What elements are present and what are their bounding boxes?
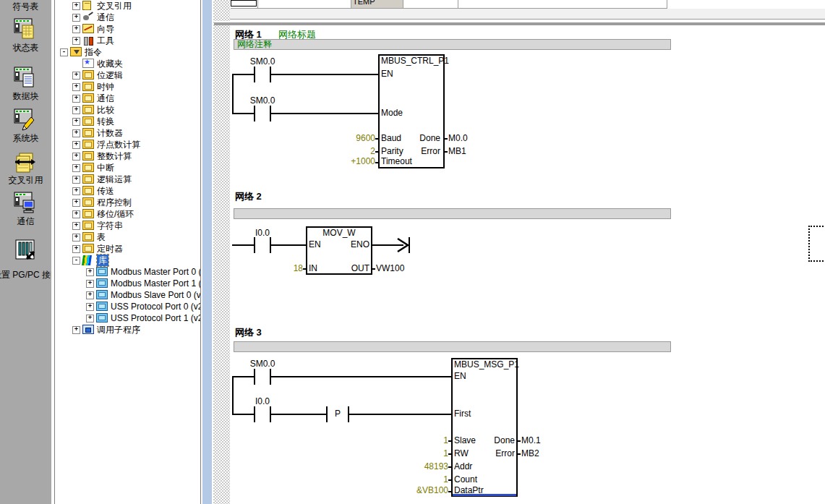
- param-value-dataptr[interactable]: &VB100: [392, 485, 448, 495]
- var-table-row-header[interactable]: [231, 0, 257, 7]
- tree-item[interactable]: +位逻辑: [55, 69, 200, 81]
- tree-item[interactable]: +调用子程序: [55, 324, 200, 336]
- param-value-baud[interactable]: 9600: [325, 133, 375, 143]
- param-value-slave[interactable]: 1: [392, 435, 448, 445]
- network-2-label[interactable]: 网络 2: [235, 190, 262, 203]
- tree-item[interactable]: -指令: [55, 46, 200, 58]
- horizontal-splitter[interactable]: [214, 21, 825, 25]
- expand-toggle[interactable]: +: [72, 37, 80, 45]
- contact-operand[interactable]: I0.0: [241, 228, 284, 238]
- tree-item[interactable]: +逻辑运算: [55, 174, 200, 185]
- contact[interactable]: [254, 67, 255, 82]
- expand-toggle[interactable]: +: [86, 291, 94, 299]
- tree-item[interactable]: +工具: [55, 35, 200, 46]
- tree-item[interactable]: +交叉引用: [55, 0, 200, 12]
- expand-toggle[interactable]: +: [72, 187, 80, 195]
- contact[interactable]: [254, 369, 255, 385]
- param-value-timeout[interactable]: +1000: [325, 156, 375, 166]
- tree-item[interactable]: +表: [55, 231, 200, 243]
- contact[interactable]: [270, 106, 271, 121]
- output-operand-done[interactable]: M0.1: [521, 435, 541, 445]
- expand-toggle[interactable]: +: [86, 280, 94, 288]
- expand-toggle[interactable]: +: [72, 210, 80, 218]
- expand-toggle[interactable]: +: [72, 245, 80, 253]
- expand-toggle[interactable]: +: [72, 176, 80, 184]
- param-value-addr[interactable]: 48193: [392, 461, 448, 471]
- nav-status-chart[interactable]: 状态表: [0, 18, 51, 53]
- expand-toggle[interactable]: +: [86, 268, 94, 276]
- contact[interactable]: [254, 106, 255, 121]
- contact[interactable]: [270, 67, 271, 82]
- tree-item[interactable]: +Modbus Master Port 1 (v1: [55, 278, 200, 289]
- network-3-label[interactable]: 网络 3: [235, 326, 262, 339]
- tree-item[interactable]: 收藏夹: [55, 58, 200, 69]
- contact-operand[interactable]: SM0.0: [241, 95, 284, 106]
- expand-toggle[interactable]: +: [72, 234, 80, 242]
- tree-item[interactable]: +计数器: [55, 127, 200, 139]
- output-operand-done[interactable]: M0.0: [448, 133, 468, 143]
- tree-item[interactable]: +USS Protocol Port 1 (v2.3: [55, 312, 200, 324]
- tree-item[interactable]: +比较: [55, 104, 200, 116]
- output-operand-error[interactable]: MB2: [521, 448, 539, 458]
- expand-toggle[interactable]: +: [72, 326, 80, 334]
- tree-item[interactable]: +向导: [55, 23, 200, 35]
- contact[interactable]: [270, 406, 271, 422]
- nav-cross-reference[interactable]: 交叉引用: [0, 150, 51, 185]
- expand-toggle[interactable]: +: [72, 153, 80, 161]
- tree-item[interactable]: +传送: [55, 185, 200, 197]
- tree-item[interactable]: +USS Protocol Port 0 (v2.3: [55, 301, 200, 312]
- expand-toggle[interactable]: +: [86, 315, 94, 323]
- expand-toggle[interactable]: -: [60, 48, 68, 56]
- tree-item[interactable]: +定时器: [55, 243, 200, 255]
- tree-item[interactable]: +移位/循环: [55, 208, 200, 220]
- param-value-in[interactable]: 18: [274, 263, 303, 273]
- tree-item[interactable]: -库: [55, 255, 200, 266]
- expand-toggle[interactable]: -: [72, 257, 80, 265]
- tree-item[interactable]: +字符串: [55, 220, 200, 231]
- network-1-comment[interactable]: 网络注释: [234, 39, 671, 50]
- var-type-cell[interactable]: TEMP: [351, 0, 403, 8]
- contact[interactable]: [270, 369, 271, 385]
- nav-communications[interactable]: 通信: [0, 192, 51, 226]
- tree-item[interactable]: +程序控制: [55, 197, 200, 208]
- expand-toggle[interactable]: +: [72, 25, 80, 33]
- tree-item[interactable]: +时钟: [55, 81, 200, 93]
- contact[interactable]: [254, 406, 255, 422]
- tree-item[interactable]: +Modbus Master Port 0 (v1: [55, 266, 200, 278]
- param-value-rw[interactable]: 1: [392, 448, 448, 458]
- expand-toggle[interactable]: +: [72, 222, 80, 230]
- tree-item[interactable]: +Modbus Slave Port 0 (v1.l: [55, 289, 200, 301]
- expand-toggle[interactable]: +: [86, 303, 94, 311]
- expand-toggle[interactable]: +: [72, 141, 80, 149]
- tree-item[interactable]: +转换: [55, 116, 200, 127]
- contact[interactable]: [270, 237, 271, 253]
- expand-toggle[interactable]: +: [72, 83, 80, 91]
- pane-splitter[interactable]: [202, 0, 212, 504]
- nav-symbol-table[interactable]: 符号表: [0, 0, 51, 13]
- nav-set-pg-pc-interface[interactable]: 设置 PG/PC 接口: [0, 239, 51, 282]
- expand-toggle[interactable]: +: [72, 199, 80, 207]
- tree-item[interactable]: +整数计算: [55, 150, 200, 162]
- expand-toggle[interactable]: +: [72, 14, 80, 22]
- network-3-comment[interactable]: [234, 341, 671, 352]
- expand-toggle[interactable]: +: [72, 164, 80, 172]
- expand-toggle[interactable]: +: [72, 118, 80, 126]
- tree-item[interactable]: +浮点数计算: [55, 139, 200, 150]
- nav-system-block[interactable]: 系统块: [0, 108, 51, 143]
- expand-toggle[interactable]: +: [72, 129, 80, 137]
- tree-item[interactable]: +通信: [55, 12, 200, 23]
- expand-toggle[interactable]: +: [72, 95, 80, 103]
- output-operand-error[interactable]: MB1: [448, 146, 466, 156]
- network-2-comment[interactable]: [234, 208, 671, 219]
- expand-toggle[interactable]: +: [72, 2, 80, 10]
- nav-data-block[interactable]: 数据块: [0, 67, 51, 101]
- contact-operand[interactable]: I0.0: [241, 396, 284, 406]
- param-value-count[interactable]: 1: [392, 474, 448, 484]
- contact-operand[interactable]: SM0.0: [241, 56, 284, 67]
- expand-toggle[interactable]: +: [72, 106, 80, 114]
- output-operand-out[interactable]: VW100: [376, 263, 404, 273]
- tree-item[interactable]: +通信: [55, 93, 200, 104]
- param-value-parity[interactable]: 2: [325, 146, 375, 156]
- contact-operand[interactable]: SM0.0: [241, 359, 284, 369]
- expand-toggle[interactable]: +: [72, 72, 80, 80]
